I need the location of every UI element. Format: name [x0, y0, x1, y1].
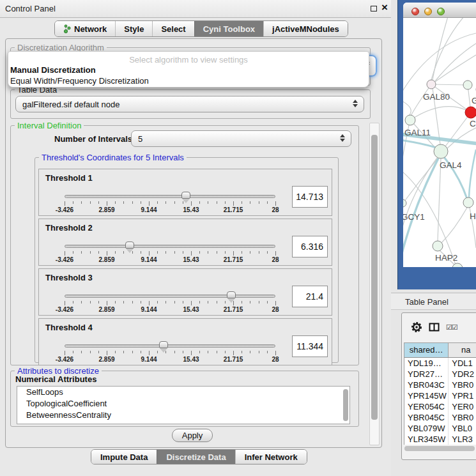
network-node-gal4[interactable] [434, 144, 448, 158]
tick-mark [81, 251, 82, 254]
table-row[interactable]: YER054CYER0 [404, 401, 476, 412]
tick-mark [115, 251, 116, 254]
attribute-item-selfloops[interactable]: SelfLoops [17, 387, 349, 398]
table-row[interactable]: YPR145WYPR1 [404, 390, 476, 401]
panel-scrollbar-thumb[interactable] [371, 135, 378, 420]
algorithm-option-equal-width-frequency-discretization[interactable]: Equal Width/Frequency Discretization [10, 76, 149, 86]
tick-mark [174, 201, 175, 204]
bottom-tab-impute-data[interactable]: Impute Data [91, 450, 157, 464]
tick-mark [123, 251, 124, 254]
number-of-intervals-select[interactable]: 5 [131, 130, 351, 147]
table-row[interactable]: YBR043CYBR0 [404, 380, 476, 390]
tick-label: 15.43 [183, 306, 199, 313]
tick-mark [275, 351, 276, 355]
tick-mark [81, 301, 82, 303]
slider-track [65, 195, 275, 198]
tick-mark [275, 251, 276, 256]
network-edge[interactable] [403, 101, 411, 116]
tick-mark [242, 301, 242, 303]
tab-label: Cyni Toolbox [203, 24, 255, 34]
network-edge[interactable] [431, 84, 468, 85]
apply-button[interactable]: Apply [172, 429, 213, 442]
table-row[interactable]: YDR27…YDR2 [404, 369, 476, 380]
table-data-select[interactable]: galFiltered.sif default node [15, 96, 364, 112]
threshold-3-label: Threshold 3 [45, 273, 93, 282]
table-row[interactable]: YDL19…YDL1 [404, 358, 476, 369]
stepper-icon [340, 134, 345, 142]
tab-select[interactable]: Select [152, 21, 194, 36]
threshold-1-value-field[interactable]: 14.713 [292, 186, 328, 208]
network-node[interactable] [463, 81, 472, 89]
tick-mark [90, 351, 91, 353]
tab-style[interactable]: Style [115, 21, 152, 36]
algorithm-option-manual-discretization[interactable]: Manual Discretization [10, 65, 96, 75]
table-data-select-value: galFiltered.sif default node [22, 100, 119, 109]
network-node-gal80[interactable] [427, 80, 436, 89]
threshold-2-value-field[interactable]: 6.316 [292, 236, 328, 257]
table-panel-titlebar: Table Panel [391, 293, 476, 310]
tab-jactivemnodules[interactable]: jActiveMNodules [263, 21, 348, 36]
network-view-window[interactable]: GAL80GACGAL11GAL4GCY1HHAP2 [397, 0, 476, 289]
threshold-4-panel: Threshold 4-3.4262.8599.14415.4321.71528… [38, 318, 332, 365]
column-header-shared[interactable]: shared… [404, 343, 449, 357]
threshold-3-value-field[interactable]: 21.4 [292, 286, 328, 307]
minimize-traffic-light-icon[interactable] [424, 8, 432, 15]
bottom-tab-discretize-data[interactable]: Discretize Data [157, 450, 234, 464]
slider-ticks [65, 201, 275, 206]
network-node-gal11[interactable] [405, 115, 415, 125]
network-edge[interactable] [433, 18, 448, 80]
tick-mark [90, 251, 91, 254]
table-cell: YDL1 [449, 358, 476, 369]
network-edge[interactable] [410, 107, 466, 120]
gear-icon[interactable] [411, 321, 422, 333]
checkbox-pair-icon[interactable]: ☑☑ [446, 323, 457, 332]
network-node-c[interactable] [465, 107, 476, 118]
zoom-traffic-light-icon[interactable] [437, 8, 445, 15]
network-canvas[interactable]: GAL80GACGAL11GAL4GCY1HHAP2 [403, 18, 476, 267]
attributes-list-scrollbar[interactable] [343, 389, 348, 421]
tab-network[interactable]: Network [55, 21, 115, 36]
tick-mark [199, 251, 200, 254]
bottom-tab-infer-network[interactable]: Infer Network [235, 450, 307, 464]
tick-mark [183, 251, 183, 254]
threshold-3-slider[interactable]: -3.4262.8599.14415.4321.71528 [65, 293, 275, 312]
attribute-item-betweennesscentrality[interactable]: BetweennessCentrality [17, 410, 349, 421]
slider-tick-labels: -3.4262.8599.14415.4321.71528 [65, 206, 275, 214]
tick-mark [199, 301, 200, 303]
float-window-icon[interactable] [371, 6, 377, 12]
panel-scrollbar[interactable] [369, 123, 380, 445]
network-edge[interactable] [438, 158, 441, 241]
node-table[interactable]: shared…na YDL19…YDL1YDR27…YDR2YBR043CYBR… [404, 342, 476, 445]
numerical-attributes-list[interactable]: SelfLoopsTopologicalCoefficientBetweenne… [17, 386, 350, 424]
tick-mark [123, 351, 124, 353]
tick-mark [65, 201, 65, 206]
network-edge[interactable] [431, 18, 464, 80]
tick-mark [157, 251, 158, 254]
table-row[interactable]: YLR345WYLR3 [404, 434, 476, 445]
close-traffic-light-icon[interactable] [411, 8, 419, 15]
tick-mark [233, 351, 234, 355]
column-header-na[interactable]: na [449, 343, 476, 357]
tab-cyni-toolbox[interactable]: Cyni Toolbox [194, 21, 263, 36]
network-node-hap2[interactable] [433, 241, 443, 251]
table-hscrollbar-thumb[interactable] [404, 446, 475, 451]
tick-mark [157, 301, 158, 303]
network-node-h[interactable] [463, 197, 473, 208]
tick-mark [132, 251, 133, 254]
table-row[interactable]: YBR045CYBR0 [404, 412, 476, 423]
attribute-item-topologicalcoefficient[interactable]: TopologicalCoefficient [17, 398, 349, 410]
tick-label: 28 [272, 306, 279, 313]
network-node-gcy1[interactable] [403, 199, 406, 207]
slider-tick-labels: -3.4262.8599.14415.4321.71528 [65, 356, 275, 364]
threshold-1-slider[interactable]: -3.4262.8599.14415.4321.71528 [65, 194, 275, 213]
threshold-4-value-field[interactable]: 11.344 [292, 335, 328, 357]
table-row[interactable]: YBL079WYBL0 [404, 423, 476, 434]
network-edge-highlighted[interactable] [469, 150, 476, 197]
close-icon[interactable]: × [381, 1, 388, 14]
threshold-4-slider[interactable]: -3.4262.8599.14415.4321.71528 [65, 343, 275, 362]
split-columns-icon[interactable] [429, 323, 440, 332]
bottom-tab-label: Discretize Data [166, 452, 226, 462]
threshold-2-slider[interactable]: -3.4262.8599.14415.4321.71528 [65, 243, 275, 263]
tick-label: 28 [272, 256, 279, 263]
tick-label: 2.859 [98, 306, 114, 313]
